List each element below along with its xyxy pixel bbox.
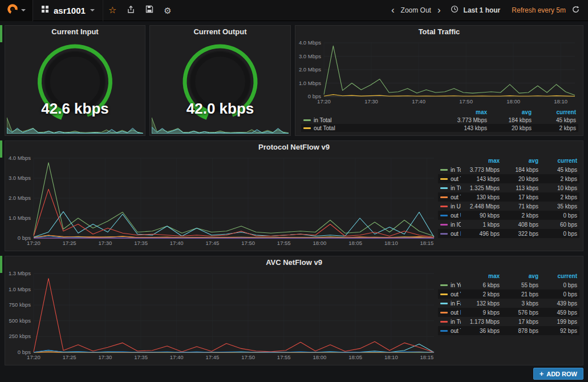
y-tick-label: 4.0 Mbps (299, 39, 321, 46)
total-traffic-chart[interactable]: 17:2017:3017:4017:5018:0018:100 bps1.0 M… (298, 39, 579, 106)
legend-row[interactable]: in ICMP1 kbps408 bps60 bps (438, 220, 579, 229)
refresh-icon (571, 5, 580, 16)
y-tick-label: 500 kbps (9, 317, 31, 324)
dashboard-grid-icon (41, 5, 49, 15)
legend-row[interactable]: in Youtube6 kbps55 bps0 bps (438, 280, 579, 289)
legend-current: 45 kbps (538, 167, 577, 173)
save-dashboard-button[interactable] (140, 0, 159, 21)
legend-series-name: in Twitter (451, 319, 461, 325)
x-tick-label: 17:30 (98, 354, 112, 360)
add-row-button[interactable]: + ADD ROW (533, 368, 583, 380)
legend-row[interactable]: out Youtube2 kbps21 bps0 bps (438, 289, 579, 299)
refresh-button[interactable] (569, 0, 582, 21)
series-color-swatch (440, 178, 448, 180)
x-tick-label: 17:40 (412, 98, 425, 104)
grafana-main-menu[interactable] (0, 0, 33, 21)
star-icon: ☆ (108, 6, 116, 15)
avc-plot: 17:2017:2517:3017:3517:4017:4517:5017:55… (7, 270, 439, 361)
x-tick-label: 18:00 (313, 240, 327, 246)
legend-row[interactable]: in UDP2.448 Mbps71 kbps35 kbps (438, 202, 579, 211)
legend-header-row: maxavgcurrent (301, 108, 578, 116)
plus-icon: + (540, 369, 544, 378)
legend-row[interactable]: out TCP130 kbps17 kbps2 kbps (438, 192, 579, 202)
panel-title[interactable]: Protocol NetFlow v9 (5, 141, 583, 154)
series-color-swatch (440, 224, 448, 226)
legend-row[interactable]: out UDP90 kbps2 kbps0 bps (438, 211, 579, 220)
legend-row[interactable]: out Twitter36 kbps878 bps92 bps (438, 326, 579, 335)
y-tick-label: 0 bps (18, 235, 31, 241)
share-dashboard-button[interactable] (121, 0, 140, 21)
star-dashboard-button[interactable]: ☆ (103, 0, 121, 21)
legend-row[interactable]: out Total143 kbps20 kbps2 kbps (301, 124, 578, 132)
legend-header-current[interactable]: current (538, 158, 577, 164)
legend-row[interactable]: in Total3.773 Mbps184 kbps45 kbps (438, 165, 579, 174)
gear-icon: ⚙ (164, 6, 171, 15)
protocol-netflow-chart[interactable]: 17:2017:2517:3017:3517:4017:4517:5017:55… (7, 155, 439, 247)
legend-row[interactable]: in TCP1.325 Mbps113 kbps10 kbps (438, 183, 579, 192)
legend-header-current[interactable]: current (532, 109, 576, 115)
dashboard-settings-button[interactable]: ⚙ (159, 0, 176, 21)
legend-series-name: in Youtube (451, 282, 461, 288)
zoom-out-button[interactable]: Zoom Out (399, 6, 433, 14)
series-color-swatch (440, 284, 448, 286)
x-tick-label: 17:40 (170, 240, 184, 246)
time-shift-back-button[interactable]: ‹ (387, 6, 399, 14)
legend-header-current[interactable]: current (538, 273, 577, 279)
legend-max: 36 kbps (461, 328, 500, 334)
x-tick-label: 18:15 (420, 354, 434, 360)
legend-row[interactable]: in Total3.773 Mbps184 kbps45 kbps (301, 116, 578, 124)
series-color-swatch (440, 215, 448, 216)
grafana-dashboard: asr1001 ☆ ⚙ ‹ (0, 0, 588, 382)
legend-row[interactable]: out Facebook9 kbps576 bps459 bps (438, 308, 579, 317)
series-line-out-total (324, 95, 575, 96)
legend-max: 2.448 Mbps (461, 203, 500, 210)
x-tick-label: 17:45 (206, 354, 220, 360)
row-collapse-handle[interactable] (0, 25, 2, 42)
y-tick-label: 750 kbps (9, 301, 31, 308)
legend-current: 459 bps (538, 309, 577, 316)
legend-max: 143 kbps (461, 176, 500, 182)
dashboard-picker[interactable]: asr1001 (33, 0, 103, 21)
series-color-swatch (440, 196, 448, 198)
legend-row[interactable]: out ICMP496 bps322 bps0 bps (438, 229, 579, 238)
time-range-picker[interactable]: Last 1 hour (445, 5, 509, 15)
legend-row[interactable]: out Total143 kbps20 kbps2 kbps (438, 174, 579, 183)
x-tick-label: 17:35 (134, 354, 148, 360)
legend-header-row: maxavgcurrent (438, 156, 579, 165)
legend-header-avg[interactable]: avg (500, 273, 538, 279)
panel-title[interactable]: AVC NetFlow v9 (5, 256, 583, 269)
protocol-plot: 17:2017:2517:3017:3517:4017:4517:5017:55… (7, 155, 439, 247)
legend-series-name: out Youtube (451, 291, 461, 297)
legend-avg: 2 kbps (500, 212, 538, 219)
avc-netflow-chart[interactable]: 17:2017:2517:3017:3517:4017:4517:5017:55… (7, 270, 439, 361)
panel-title[interactable]: Total Traffic (295, 26, 583, 38)
series-color-swatch (440, 293, 448, 295)
panel-current-input: Current Input 42.6 kbps (5, 25, 145, 136)
time-shift-forward-button[interactable]: › (433, 6, 445, 14)
legend-row[interactable]: in Facebook132 kbps3 kbps439 bps (438, 299, 579, 308)
row-collapse-handle[interactable] (0, 256, 2, 273)
legend-avg: 3 kbps (500, 300, 538, 307)
chevron-right-icon: › (437, 5, 441, 15)
legend-header-max[interactable]: max (443, 109, 487, 115)
chevron-left-icon: ‹ (391, 5, 395, 15)
legend-avg: 113 kbps (500, 185, 538, 191)
legend-avg: 408 bps (500, 222, 538, 228)
current-output-sparkline-svg (152, 116, 289, 134)
legend-current: 60 bps (538, 222, 577, 228)
x-tick-label: 17:30 (364, 98, 378, 104)
legend-max: 1.173 Mbps (461, 319, 500, 325)
legend-header-avg[interactable]: avg (487, 109, 532, 115)
panel-protocol-netflow: Protocol NetFlow v9 17:2017:2517:3017:35… (5, 140, 583, 251)
total-traffic-legend: maxavgcurrentin Total3.773 Mbps184 kbps4… (301, 108, 578, 132)
series-color-swatch (440, 206, 448, 207)
legend-header-max[interactable]: max (461, 158, 500, 164)
refresh-interval-label[interactable]: Refresh every 5m (508, 6, 569, 14)
x-tick-label: 17:30 (98, 240, 112, 246)
legend-header-max[interactable]: max (461, 273, 500, 279)
row-collapse-handle[interactable] (0, 140, 2, 158)
legend-header-avg[interactable]: avg (500, 158, 538, 164)
x-tick-label: 18:00 (506, 98, 520, 104)
legend-row[interactable]: in Twitter1.173 Mbps17 kbps199 bps (438, 317, 579, 326)
series-color-swatch (440, 321, 448, 323)
